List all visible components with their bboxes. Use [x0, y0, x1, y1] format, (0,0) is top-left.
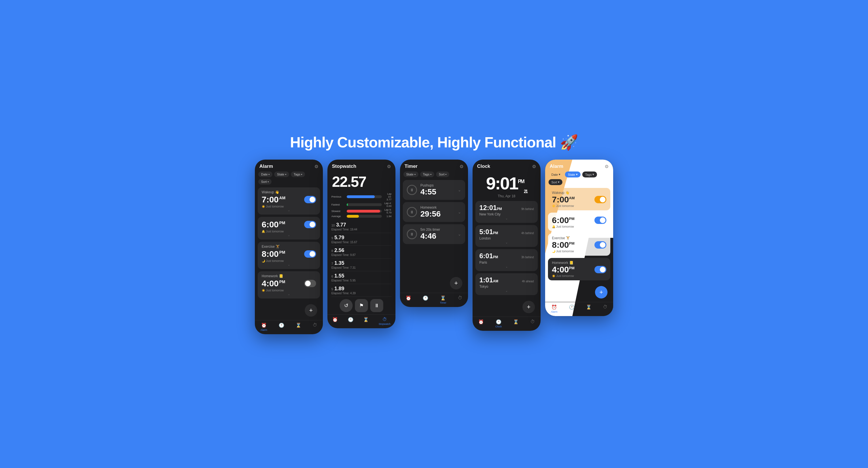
themed-alarm-tab-label: Alarm: [551, 310, 558, 313]
clock-gear-icon[interactable]: ⚙: [532, 164, 536, 169]
sw-clock-tab-icon: 🕐: [348, 317, 353, 322]
timer-tab-stopwatch[interactable]: ⏱: [458, 295, 462, 304]
timer-filter-tags[interactable]: Tags ▾: [420, 171, 434, 177]
themed-tab-stopwatch[interactable]: ⏱: [603, 305, 608, 313]
timer-tab-timer[interactable]: ⌛ Timer: [440, 295, 446, 304]
sw-stopwatch-tab-label: Stopwatch: [379, 322, 391, 325]
filter-state[interactable]: State ▾: [274, 171, 289, 177]
sw-bar-previous: Previous Lap 10: 3.77: [331, 192, 392, 201]
filter-tags[interactable]: Tags ▾: [291, 171, 305, 177]
alarm-chevron-4: ⌄: [262, 292, 316, 295]
sw-tab-clock[interactable]: 🕐: [348, 317, 353, 325]
lap-10: 10 3.77 Elapsed Time: 19.44: [331, 220, 392, 233]
sw-bar-fastest: Fastest Lap 4: 0.00: [331, 202, 392, 208]
timer-stopwatch-icon: ⏱: [458, 295, 462, 301]
clock-tab-timer[interactable]: ⌛: [513, 319, 519, 328]
themed-filter-date[interactable]: Date ▾: [549, 171, 563, 178]
clock-big-time: 9:01PM21: [486, 174, 527, 193]
timer-body: ⏸ Pushups 4:55 ⌄ ⏸ Homework 29:56 ⌄: [400, 180, 468, 274]
clock-display: 9:01PM21: [472, 171, 540, 194]
timer-title: Timer: [405, 163, 417, 169]
lap-8: 8 2.56 Elapsed Time: 9.87: [331, 246, 392, 258]
themed-tab-timer[interactable]: ⌛: [586, 305, 592, 313]
timer-alarm-icon: ⏰: [406, 295, 411, 301]
alarm-toggle-4[interactable]: [304, 280, 316, 287]
alarm-item-3: Exercise 🏋️ 8:00PM 🌙 Just tomorrow ⌄: [258, 242, 320, 269]
sw-gear-icon[interactable]: ⚙: [387, 164, 391, 169]
tab-stopwatch[interactable]: ⏱: [313, 322, 317, 331]
tab-clock[interactable]: 🕐: [279, 322, 284, 331]
themed-filter-tags[interactable]: Tags ▾: [582, 171, 597, 178]
alarm-time-row-2: 6:00PM: [262, 220, 316, 229]
themed-toggle-2[interactable]: [594, 217, 606, 224]
clock-timer-tab-icon: ⌛: [513, 319, 519, 324]
alarm-gear-icon[interactable]: ⚙: [314, 164, 318, 169]
timer-label-2: Homework: [421, 206, 455, 210]
sw-tab-alarm[interactable]: ⏰: [332, 317, 338, 325]
timer-tab-alarm[interactable]: ⏰: [406, 295, 411, 304]
themed-toggle-4[interactable]: [594, 266, 606, 273]
alarm-time-row-4: 4:00PM: [262, 279, 316, 288]
alarm-sub-4: ☀️ Just tomorrow: [262, 289, 316, 292]
themed-alarm-3: Exercise 🏋️ 8:00PM 🌙 Just tomorrow: [548, 233, 610, 256]
themed-tab-clock[interactable]: 🕐: [569, 305, 575, 313]
alarm-add-button[interactable]: +: [305, 304, 317, 317]
themed-gear-icon[interactable]: ⚙: [604, 164, 609, 169]
themed-filter-state[interactable]: State ▾: [565, 171, 581, 178]
alarm-time-3: 8:00PM: [262, 249, 285, 259]
timer-gear-icon[interactable]: ⚙: [460, 164, 463, 169]
themed-tab-alarm[interactable]: ⏰ Alarm: [551, 305, 558, 313]
sw-tab-timer[interactable]: ⌛: [363, 317, 369, 325]
lap-7: 7 1.35 Elapsed Time: 7.31: [331, 258, 392, 271]
tz-london: 5:01PM 4h behind London ⌄: [475, 225, 538, 247]
tz-london-chevron: ⌄: [479, 241, 534, 244]
filter-date[interactable]: Date ▾: [258, 171, 272, 177]
sw-tab-bar: ⏰ 🕐 ⌛ ⏱ Stopwatch: [328, 314, 396, 328]
phone-timer: Timer ⚙ State ▾ Tags ▾ Sort ▾ ⏸ Pushups …: [400, 160, 468, 307]
sw-reset-button[interactable]: ↺: [340, 299, 353, 312]
clock-tab-stopwatch[interactable]: ⏱: [530, 319, 535, 328]
sw-big-time: 22.57: [328, 171, 396, 191]
tz-london-row: 5:01PM 4h behind: [479, 228, 534, 236]
alarm-time-4: 4:00PM: [262, 279, 285, 288]
sw-tab-stopwatch[interactable]: ⏱ Stopwatch: [379, 317, 391, 325]
alarm-toggle-1[interactable]: [304, 196, 316, 203]
phone-alarm-themed: Alarm ⚙ Date ▾ State ▾ Tags ▾ Sort ▾ Wak…: [545, 160, 613, 316]
tz-paris: 6:01PM 3h behind Paris ⌄: [475, 249, 538, 271]
timer-tab-clock[interactable]: 🕐: [423, 295, 428, 304]
clock-title: Clock: [477, 163, 490, 169]
themed-alarm-1: Wakeup 👋 7:00AM ☀️ Just tomorrow: [548, 188, 610, 210]
clock-tab-alarm[interactable]: ⏰: [478, 319, 484, 328]
sw-bar-slowest: Slowest Lap 9: 5.79: [331, 208, 392, 214]
timer-filter-sort[interactable]: Sort ▾: [436, 171, 449, 177]
tab-timer[interactable]: ⌛: [296, 322, 301, 331]
alarm-toggle-2[interactable]: [304, 221, 316, 228]
timer-filter-state[interactable]: State ▾: [403, 171, 418, 177]
themed-add-button[interactable]: +: [595, 286, 608, 299]
lap-9: 9 5.79 Elapsed Time: 15.67: [331, 233, 392, 246]
clock-tab-clock[interactable]: 🕐 Clock: [496, 319, 502, 328]
themed-filter-sort[interactable]: Sort ▾: [549, 179, 562, 185]
tz-tokyo: 1:01AM 4h ahead Tokyo ⌄: [475, 273, 538, 295]
tz-newyork: 12:01PM 9h behind New York City ⌄: [475, 201, 538, 223]
timer-label-1: Pushups: [421, 183, 455, 187]
clock-clock-tab-label: Clock: [496, 325, 502, 328]
sw-flag-button[interactable]: ⚑: [355, 299, 368, 312]
themed-alarm-4: Homework 📒 4:00PM ☀️ Just tomorrow: [548, 258, 610, 280]
timer-timer-label: Timer: [440, 301, 446, 304]
sw-timer-tab-icon: ⌛: [363, 317, 369, 322]
alarm-item-1: Wakeup 👋 7:00AM ☀️ Just tomorrow ⌄: [258, 187, 320, 215]
timer-add-button[interactable]: +: [450, 277, 462, 289]
themed-toggle-1[interactable]: [594, 196, 606, 203]
tab-alarm[interactable]: ⏰ Alarm: [260, 322, 267, 331]
themed-toggle-3[interactable]: [594, 241, 606, 249]
timer-tab-bar: ⏰ 🕐 ⌛ Timer ⏱: [400, 293, 468, 307]
timer-clock-icon: 🕐: [423, 295, 428, 301]
timer-info-2: Homework 29:56: [421, 206, 455, 219]
sw-pause-button[interactable]: ⏸: [370, 299, 383, 312]
alarm-toggle-3[interactable]: [304, 250, 316, 258]
filter-sort[interactable]: Sort ▾: [258, 179, 272, 185]
sw-bar-average: Average 1.94: [331, 215, 392, 218]
timer-time-3: 4:46: [421, 231, 455, 241]
clock-add-button[interactable]: +: [522, 301, 535, 313]
